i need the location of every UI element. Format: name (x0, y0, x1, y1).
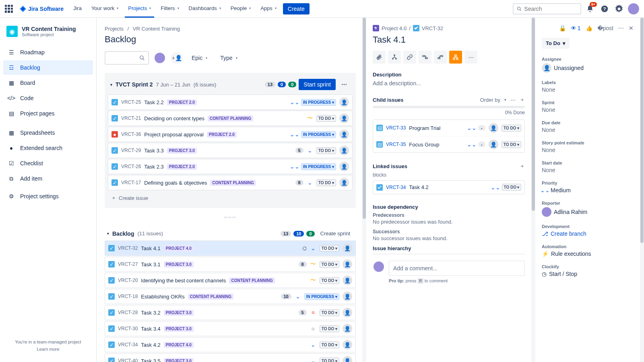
nav-people[interactable]: People (227, 0, 254, 18)
automation-field[interactable]: ⚡ Rule executions (542, 251, 634, 257)
create-sprint-button[interactable]: Create sprint (317, 229, 353, 238)
nav-filters[interactable]: Filters (157, 0, 182, 18)
sidebar-item-add[interactable]: ⧉Add item (3, 171, 93, 186)
sidebar-item-spreadsheets[interactable]: ▦Spreadsheets (3, 125, 93, 140)
sidebar-item-code[interactable]: </>Code (3, 91, 93, 105)
assignee-avatar[interactable]: 👤 (339, 162, 349, 171)
global-search[interactable] (513, 3, 581, 14)
assignee-avatar[interactable]: 👤 (339, 146, 349, 155)
settings-icon[interactable] (613, 3, 625, 14)
sidebar-item-board[interactable]: ▦Board (3, 76, 93, 90)
nav-projects[interactable]: Projects (125, 0, 154, 18)
assignee-avatar[interactable]: 👤 (343, 308, 352, 317)
epic-tag[interactable]: PROJECT 4.0 (164, 245, 194, 251)
create-branch-link[interactable]: ⎇ Create branch (542, 230, 634, 237)
collapse-icon[interactable]: ▾ (107, 231, 109, 236)
detail-scrollbar[interactable] (531, 18, 535, 362)
hierarchy-button[interactable] (449, 51, 462, 64)
status-lozenge[interactable]: TO DO ▾ (320, 277, 339, 284)
sidebar-item-backlog[interactable]: ☲Backlog (3, 60, 93, 75)
status-lozenge[interactable]: TO DO ▾ (320, 341, 339, 348)
status-lozenge[interactable]: IN PROGRESS ▾ (304, 293, 339, 300)
search-input[interactable] (524, 6, 577, 12)
status-lozenge[interactable]: TO DO ▾ (316, 147, 336, 154)
assignee-avatar[interactable]: 👤 (343, 259, 352, 269)
child-more-icon[interactable]: ⋯ (510, 97, 516, 103)
project-header[interactable]: ◉ VR Content Training Software project (3, 24, 93, 45)
epic-tag[interactable]: PROJECT 3.0 (164, 261, 194, 267)
linked-issue-row[interactable]: VRCT-34 Task 4.2 ⌄⌄ TO DO ▾ (373, 180, 525, 194)
epic-tag[interactable]: CONTENT PLANNING (208, 115, 253, 121)
epic-tag[interactable]: PROJECT 3.0 (164, 310, 194, 316)
app-switcher-icon[interactable] (5, 5, 13, 13)
sprint-more-icon[interactable]: ⋯ (338, 78, 350, 90)
orderby-select[interactable]: Order by (480, 97, 500, 103)
status-dropdown[interactable]: To Do ▾ (542, 38, 570, 49)
nav-dashboards[interactable]: Dashboards (186, 0, 224, 18)
issue-row[interactable]: ✓ VRCT-32 Task 4.1 PROJECT 4.0 ⌬ ⌄ TO DO… (105, 241, 356, 256)
more-icon[interactable]: ⋯ (618, 25, 624, 31)
sidebar-item-checklist[interactable]: ☑Checklist (3, 156, 93, 171)
epic-tag[interactable]: CONTENT PLANNING (188, 294, 233, 300)
sidebar-item-settings[interactable]: ⚙Project settings (3, 189, 93, 204)
assignee-avatar[interactable]: 👤 (339, 113, 349, 123)
assignee-avatar[interactable]: 👤 (343, 356, 352, 362)
status-lozenge[interactable]: TO DO ▾ (316, 115, 336, 122)
issue-row[interactable]: ✓ VRCT-21 Deciding on content types CONT… (108, 111, 353, 126)
predecessor-button[interactable] (419, 51, 431, 64)
epic-tag[interactable]: PROJECT 4.0 (164, 342, 194, 348)
status-lozenge[interactable]: TO DO ▾ (320, 325, 339, 332)
status-lozenge[interactable]: IN PROGRESS ▾ (301, 99, 336, 106)
sprint-field[interactable]: None (542, 107, 634, 113)
assignee-avatar[interactable]: 👤 (343, 276, 352, 285)
due-field[interactable]: None (542, 127, 634, 133)
assignee-avatar[interactable]: 👤 (343, 324, 352, 333)
issue-row[interactable]: ✓ VRCT-29 Task 3.3 PROJECT 3.0 5 ⌄ TO DO… (108, 143, 353, 158)
backlog-search[interactable] (105, 51, 149, 65)
help-icon[interactable]: ? (599, 3, 610, 14)
child-status[interactable]: TO DO ▾ (502, 125, 521, 132)
assignee-avatar[interactable]: 👤 (343, 292, 352, 301)
lock-icon[interactable]: 🔒 (559, 25, 566, 31)
watch-button[interactable]: 👁 1 (571, 25, 581, 31)
child-issue-button[interactable] (388, 51, 401, 64)
epic-tag[interactable]: PROJECT 2.0 (207, 132, 237, 138)
parent-epic-link[interactable]: Project 4.0 (382, 25, 407, 31)
learn-more-link[interactable]: Learn more (7, 347, 89, 352)
issue-row[interactable]: ✓ VRCT-20 Identifying the best content c… (105, 273, 356, 288)
epic-filter[interactable]: Epic (188, 52, 211, 64)
clockify-field[interactable]: ◷ Start / Stop (542, 271, 634, 277)
description-field[interactable]: Add a description... (373, 80, 525, 86)
issue-row[interactable]: ✓ VRCT-25 Task 2.2 PROJECT 2.0 ⌄⌄ IN PRO… (108, 95, 353, 110)
link-button[interactable] (403, 51, 416, 64)
assignee-field[interactable]: 👤Unassigned (542, 63, 634, 73)
more-actions-button[interactable]: ⋯ (464, 51, 477, 64)
issue-row[interactable]: ✓ VRCT-34 Task 4.2 PROJECT 4.0 ⌄ TO DO ▾… (105, 337, 356, 352)
assignee-avatar[interactable]: 👤 (339, 97, 349, 107)
child-issue-row[interactable]: ⊟ VRCT-35 Focus Group ⌄⌄ - 👤 TO DO ▾ (373, 136, 524, 152)
status-lozenge[interactable]: IN PROGRESS ▾ (301, 163, 336, 170)
issue-row[interactable]: ✓ VRCT-17 Defining goals & objectives CO… (108, 175, 353, 190)
type-filter[interactable]: Type (216, 52, 241, 64)
status-lozenge[interactable]: TO DO ▾ (316, 179, 336, 186)
issue-row[interactable]: ● VRCT-36 Project proposal approval PROJ… (108, 127, 353, 142)
issue-row[interactable]: ✓ VRCT-18 Establishing OKRs CONTENT PLAN… (105, 289, 356, 304)
collapse-icon[interactable]: ▾ (110, 82, 112, 87)
assignee-avatar[interactable]: 👤 (343, 243, 352, 253)
crumb-project[interactable]: VR Content Training (133, 26, 180, 32)
sp-field[interactable]: None (542, 147, 634, 153)
attach-button[interactable] (373, 51, 386, 64)
nav-apps[interactable]: Apps (257, 0, 280, 18)
epic-tag[interactable]: PROJECT 3.0 (167, 148, 197, 154)
status-lozenge[interactable]: TO DO ▾ (320, 309, 339, 316)
add-link-button[interactable]: ＋ (520, 162, 525, 170)
issue-row[interactable]: ✓ VRCT-40 Task 3.5 PROJECT 3.0 ⌄ TO DO ▾… (105, 353, 356, 362)
epic-tag[interactable]: PROJECT 2.0 (167, 164, 197, 170)
assignee-avatar[interactable]: 👤 (343, 340, 352, 350)
issue-row[interactable]: ✓ VRCT-30 Task 3.4 PROJECT 3.0 ○ TO DO ▾… (105, 321, 356, 336)
filter-avatar[interactable] (154, 52, 166, 64)
create-issue-button[interactable]: ＋Create issue (108, 191, 353, 205)
epic-tag[interactable]: CONTENT PLANNING (229, 278, 275, 284)
child-issue-row[interactable]: ⊟ VRCT-33 Program Trial ⌄⌄ - 👤 TO DO ▾ (373, 120, 524, 136)
child-status[interactable]: TO DO ▾ (502, 141, 521, 148)
